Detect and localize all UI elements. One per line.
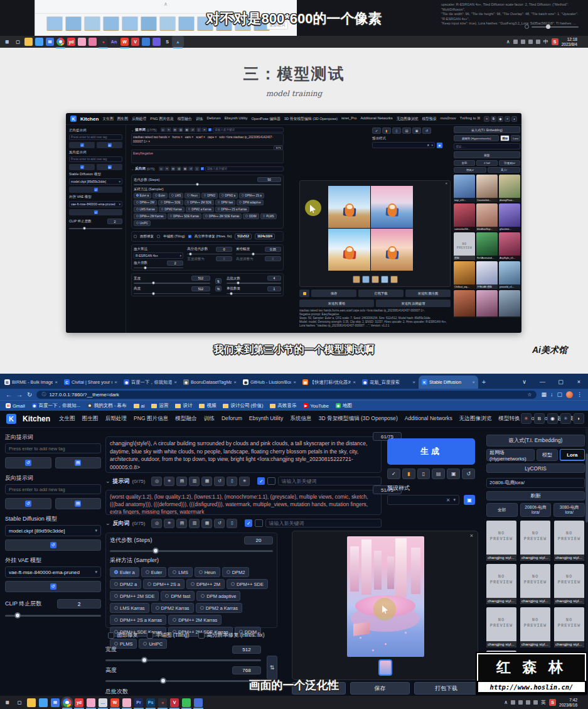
generate-tool-button[interactable]: ✓: [387, 468, 400, 479]
profile-avatar[interactable]: [566, 391, 573, 398]
sampler-option[interactable]: DPM++ 2M Karras: [168, 615, 222, 625]
sampler-option[interactable]: DDIM: [243, 214, 259, 219]
lycoris-tab[interactable]: LyCORIS: [486, 463, 585, 473]
taskbar-app-icon[interactable]: yd: [75, 698, 83, 707]
keyword-toggle[interactable]: [255, 519, 263, 527]
sampler-option[interactable]: DPM++ 2S a Karras: [110, 615, 166, 625]
neg-refresh-button[interactable]: ↺: [5, 498, 51, 509]
prompt-tool-icon[interactable]: ◎: [151, 477, 162, 486]
gallery-action-button[interactable]: 发送到 图生图: [405, 290, 451, 297]
browser-tab[interactable]: ◉ 百度一下，你就知道_ain ×: [120, 376, 180, 389]
taskbar-app-icon[interactable]: ▢: [14, 38, 22, 46]
app-nav-icon-button[interactable]: ✳: [521, 413, 532, 424]
generate-tool-button[interactable]: ▣: [447, 468, 460, 479]
network-card[interactable]: NOPREVIEW Counterfeit...: [476, 175, 498, 202]
hires-steps-value[interactable]: 0: [216, 247, 232, 252]
gallery-thumb[interactable]: [381, 276, 388, 283]
sampler-option[interactable]: DPM++ 2M: [186, 579, 225, 589]
prompt-tool-icon[interactable]: ◎: [161, 127, 166, 132]
mini-keyword-input[interactable]: 请输入新关键词: [205, 166, 284, 171]
taskbar-app-icon[interactable]: W: [120, 38, 129, 46]
prompt-textarea[interactable]: changjing\(style\), A circular building …: [105, 436, 382, 473]
keyword-checkbox[interactable]: ✓: [208, 128, 211, 131]
prompt-tag[interactable]: cape ×: [208, 136, 217, 139]
sampler-option[interactable]: DPM++ 2M SDE Karras: [203, 214, 242, 219]
taskbar-app-icon[interactable]: [63, 698, 72, 707]
prompt-tool-icon[interactable]: ↺: [214, 519, 225, 528]
gallery-action-button[interactable]: 发送到 后期处理: [376, 300, 451, 307]
sampler-option[interactable]: DPM++ 2M Karras: [134, 214, 166, 219]
sampler-option[interactable]: DPM++ 2M SDE: [110, 591, 159, 601]
network-filter-chip[interactable]: 国风v/: [454, 167, 486, 173]
network-card[interactable]: NOPREVIEW disneyPixar...: [499, 175, 520, 202]
apply-preset-button[interactable]: ▣: [464, 495, 475, 505]
bookmark-item[interactable]: ▶ YouTube: [303, 403, 328, 409]
network-filter-chip[interactable]: 2080ti-电商 lora/: [520, 503, 552, 517]
sampler-option[interactable]: Euler a: [134, 193, 151, 198]
network-card[interactable]: NOPREVIEW changjing styl...: [520, 607, 550, 647]
collapse-icon[interactable]: ⌄: [105, 478, 110, 484]
slider-thumb[interactable]: [189, 252, 192, 256]
tab-close-icon[interactable]: ×: [55, 379, 58, 385]
keyword-checkbox[interactable]: ✓: [257, 477, 265, 485]
mini-nav-tab[interactable]: 模型融合: [178, 116, 192, 122]
mini-embedding-tab[interactable]: 嵌入式(T.I. Embedding): [454, 126, 520, 133]
height-value[interactable]: 768: [232, 666, 261, 674]
app-nav-tab[interactable]: 后期处理: [105, 415, 127, 423]
network-card[interactable]: NOPREVIEW ghostmix...: [499, 203, 520, 231]
slider-thumb[interactable]: [83, 227, 86, 230]
hypernetworks-tab[interactable]: 超网络 (Hypernetworks): [486, 449, 535, 461]
mini-nav-tab[interactable]: 无边图像浏览: [397, 116, 419, 122]
refresh-networks-button[interactable]: 刷新: [486, 491, 585, 501]
clock[interactable]: 7:42 2023/8/16: [559, 698, 577, 708]
app-nav-tab[interactable]: 3D 骨架模型编辑 (3D Openpose): [319, 415, 398, 423]
sampler-option[interactable]: Euler: [152, 193, 168, 198]
mini-paste-button[interactable]: ▤: [97, 142, 122, 148]
tray-badge[interactable]: S: [549, 699, 556, 706]
slider-thumb[interactable]: [160, 678, 166, 684]
tab-close-icon[interactable]: ×: [114, 379, 117, 385]
taskbar-app-icon[interactable]: ▢: [15, 698, 24, 707]
slider-thumb[interactable]: [230, 292, 233, 295]
prompt-tool-icon[interactable]: ▤: [176, 477, 187, 486]
bookmark-item[interactable]: M Gmail: [6, 403, 25, 409]
prompt-tag[interactable]: scarf ×: [196, 136, 205, 139]
tray-icon[interactable]: [533, 700, 538, 705]
prompt-tool-icon[interactable]: ✳: [164, 519, 174, 528]
app-nav-tab[interactable]: 模型融合: [175, 415, 196, 423]
generate-tool-button[interactable]: ↺: [422, 127, 431, 134]
app-nav-tab[interactable]: 训练: [204, 415, 215, 423]
prompt-tool-icon[interactable]: ▥: [189, 519, 200, 528]
prompt-tool-icon[interactable]: ▥: [189, 477, 200, 486]
address-bar[interactable]: ⓘ 127.0.0.1:7860/?__theme=dark ☆: [36, 391, 537, 399]
prompt-tag[interactable]: xiaobao raised two hands ×: [133, 136, 170, 139]
prompt-tool-icon[interactable]: ▤: [176, 519, 187, 528]
app-nav-tab[interactable]: PNG 图片信息: [134, 415, 168, 423]
new-tab-button[interactable]: +: [478, 376, 489, 387]
lora-tab[interactable]: Lora: [560, 449, 585, 461]
prompt-tool-icon[interactable]: ✳: [166, 127, 171, 132]
toolbar-icon[interactable]: ▦: [541, 391, 547, 398]
bookmark-item[interactable]: ai: [134, 403, 145, 409]
mini-refresh-button[interactable]: ↺: [69, 142, 95, 148]
network-card[interactable]: NOPREVIEW samaritan3d...: [454, 203, 475, 231]
mini-nav-tab[interactable]: 后期处理: [132, 116, 146, 122]
ime-indicator[interactable]: 英: [541, 699, 546, 706]
image-thumbnail[interactable]: [122, 16, 138, 31]
mini-nav-tab[interactable]: PNG 图片信息: [150, 116, 173, 122]
sampler-option[interactable]: DPM2 a Karras: [196, 603, 242, 613]
neg-paste-button[interactable]: ▤: [55, 498, 102, 509]
minimize-button[interactable]: —: [533, 375, 552, 389]
generated-image[interactable]: [347, 536, 424, 657]
mini-nav-icon-button[interactable]: ◗: [511, 116, 517, 122]
sampler-option[interactable]: DPM2 Karras: [151, 603, 194, 613]
mini-nav-tab[interactable]: mov2mov: [441, 116, 456, 122]
mini-pos-tag-input[interactable]: Press enter to add new tag: [69, 134, 122, 140]
slider-thumb[interactable]: [152, 548, 159, 554]
sampler-option[interactable]: Euler a: [110, 567, 139, 577]
slider-thumb[interactable]: [196, 183, 199, 186]
batch-count-value[interactable]: 4: [267, 276, 281, 281]
network-filter-chip[interactable]: 2.5d/: [476, 160, 498, 166]
taskbar-app-icon[interactable]: ●: [158, 698, 167, 707]
keyword-input[interactable]: 请输入新关键词: [278, 477, 382, 485]
